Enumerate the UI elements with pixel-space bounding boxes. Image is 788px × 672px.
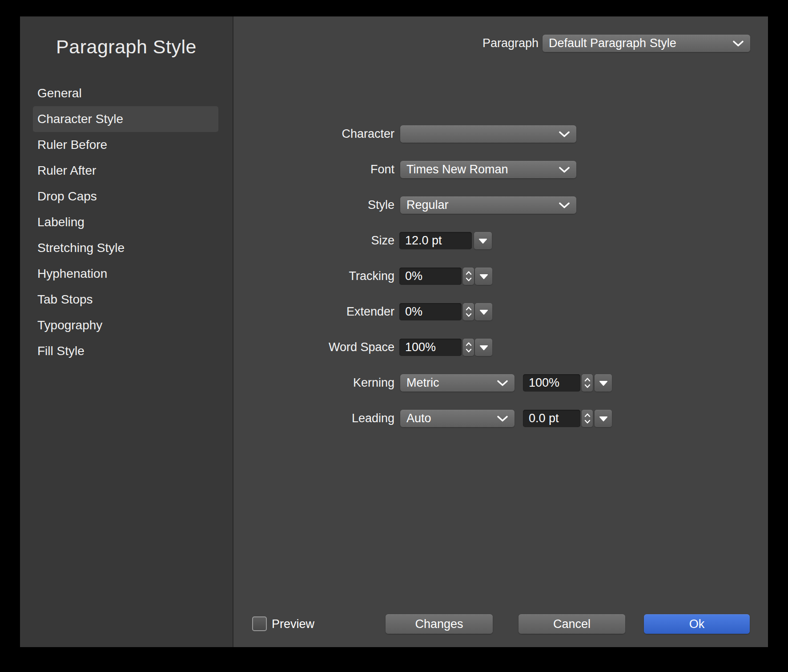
character-label: Character (342, 125, 394, 143)
word-space-stepper[interactable] (463, 339, 474, 356)
sidebar-item-drop-caps[interactable]: Drop Caps (33, 184, 218, 209)
word-space-input[interactable]: 100% (399, 339, 462, 356)
triangle-down-icon (599, 380, 608, 386)
chevron-down-icon (559, 202, 570, 209)
style-value: Regular (406, 198, 449, 212)
triangle-down-icon (599, 416, 608, 422)
sidebar-item-character-style[interactable]: Character Style (33, 106, 218, 132)
font-value: Times New Roman (406, 163, 508, 176)
chevron-down-icon (732, 40, 744, 47)
chevron-down-icon (559, 166, 570, 173)
ok-button[interactable]: Ok (644, 614, 750, 634)
sidebar-item-ruler-after[interactable]: Ruler After (33, 158, 218, 184)
paragraph-style-dialog: Paragraph Style GeneralCharacter StyleRu… (20, 16, 768, 647)
chevron-down-icon (559, 131, 570, 138)
sidebar-item-tab-stops[interactable]: Tab Stops (33, 287, 218, 312)
kerning-mode-select[interactable]: Metric (400, 374, 515, 392)
tracking-input[interactable]: 0% (399, 268, 462, 285)
stepper-icon (465, 270, 472, 282)
paragraph-style-value: Default Paragraph Style (549, 36, 676, 50)
size-input[interactable]: 12.0 pt (399, 232, 472, 249)
leading-mode-value: Auto (406, 412, 431, 425)
chevron-down-icon (497, 380, 508, 387)
triangle-down-icon (479, 273, 489, 280)
extender-input[interactable]: 0% (399, 303, 462, 320)
paragraph-label: Paragraph (482, 35, 539, 52)
extender-label: Extender (346, 303, 394, 320)
font-label: Font (370, 161, 394, 178)
leading-input[interactable]: 0.0 pt (523, 410, 580, 427)
tracking-dropdown-button[interactable] (475, 268, 492, 285)
stepper-icon (584, 377, 591, 389)
style-select[interactable]: Regular (400, 196, 576, 214)
tracking-label: Tracking (349, 268, 394, 285)
sidebar-item-fill-style[interactable]: Fill Style (33, 338, 218, 364)
paragraph-style-select[interactable]: Default Paragraph Style (543, 35, 750, 52)
kerning-dropdown-button[interactable] (595, 374, 612, 392)
sidebar-list: GeneralCharacter StyleRuler BeforeRuler … (20, 80, 233, 364)
kerning-input[interactable]: 100% (523, 374, 580, 392)
leading-mode-select[interactable]: Auto (400, 410, 515, 427)
leading-dropdown-button[interactable] (595, 410, 612, 427)
size-label: Size (371, 232, 394, 249)
kerning-mode-value: Metric (406, 376, 439, 389)
word-space-label: Word Space (329, 339, 394, 356)
font-select[interactable]: Times New Roman (400, 161, 576, 178)
leading-stepper[interactable] (582, 410, 593, 427)
character-select[interactable] (400, 125, 576, 143)
extender-stepper[interactable] (463, 303, 474, 320)
sidebar-item-labeling[interactable]: Labeling (33, 209, 218, 235)
chevron-down-icon (497, 415, 508, 422)
size-dropdown-button[interactable] (474, 232, 492, 249)
sidebar-item-ruler-before[interactable]: Ruler Before (33, 132, 218, 158)
sidebar-item-hyphenation[interactable]: Hyphenation (33, 261, 218, 287)
stepper-icon (584, 412, 591, 424)
triangle-down-icon (479, 344, 489, 351)
sidebar: Paragraph Style GeneralCharacter StyleRu… (20, 16, 233, 647)
leading-label: Leading (352, 410, 394, 427)
word-space-dropdown-button[interactable] (475, 339, 492, 356)
stepper-icon (465, 341, 472, 353)
preview-checkbox[interactable] (252, 616, 267, 631)
preview-checkbox-label: Preview (272, 614, 314, 634)
triangle-down-icon (479, 309, 489, 315)
changes-button[interactable]: Changes (386, 614, 493, 634)
sidebar-item-general[interactable]: General (33, 80, 218, 106)
stepper-icon (465, 306, 472, 318)
style-label: Style (368, 196, 394, 214)
page-title: Paragraph Style (20, 36, 233, 58)
sidebar-item-stretching-style[interactable]: Stretching Style (33, 235, 218, 261)
kerning-label: Kerning (353, 374, 394, 392)
tracking-stepper[interactable] (463, 268, 474, 285)
cancel-button[interactable]: Cancel (519, 614, 625, 634)
triangle-down-icon (478, 238, 488, 244)
extender-dropdown-button[interactable] (475, 303, 492, 320)
kerning-stepper[interactable] (582, 374, 593, 392)
sidebar-item-typography[interactable]: Typography (33, 312, 218, 338)
